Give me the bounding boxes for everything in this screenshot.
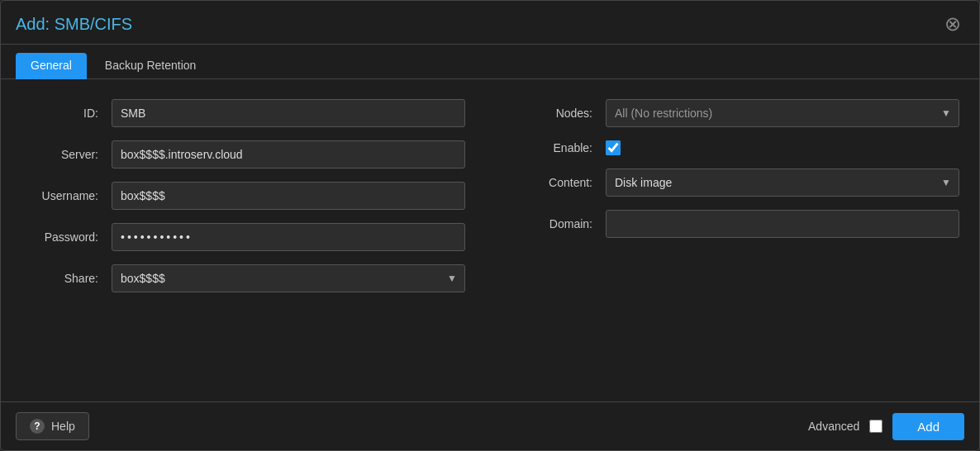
share-select[interactable]: box$$$$ [112,264,465,292]
close-icon: ⊗ [944,14,961,34]
id-input[interactable] [112,99,465,127]
help-icon: ? [30,419,45,434]
share-label: Share: [21,272,112,285]
enable-checkbox[interactable] [606,140,621,155]
add-button[interactable]: Add [892,413,964,440]
content-select[interactable]: Disk image Backup ISO Image Container Te… [606,169,959,197]
form-row-domain: Domain: [515,210,959,238]
add-smb-cifs-dialog: Add: SMB/CIFS ⊗ General Backup Retention… [0,0,980,451]
server-label: Server: [21,148,112,161]
form-row-enable: Enable: [515,140,959,155]
dialog-footer: ? Help Advanced Add [1,401,979,450]
form-grid: ID: Server: Username: Password: Share: [21,99,959,388]
password-input[interactable] [112,223,465,251]
nodes-select-wrapper: All (No restrictions) ▼ [606,99,959,127]
footer-right: Advanced Add [808,413,964,440]
dialog-body: ID: Server: Username: Password: Share: [1,79,979,401]
nodes-label: Nodes: [515,107,606,120]
advanced-label: Advanced [808,420,859,433]
form-row-server: Server: [21,140,465,169]
domain-input[interactable] [606,210,959,238]
help-button[interactable]: ? Help [16,412,89,440]
username-label: Username: [21,189,112,202]
content-label: Content: [515,176,606,189]
close-button[interactable]: ⊗ [941,12,964,36]
help-label: Help [51,420,75,433]
password-label: Password: [21,230,112,244]
form-row-content: Content: Disk image Backup ISO Image Con… [515,169,959,197]
tabs-bar: General Backup Retention [1,45,979,79]
id-label: ID: [21,107,112,120]
share-select-wrapper: box$$$$ ▼ [112,264,465,292]
enable-checkbox-wrapper [606,140,621,155]
server-input[interactable] [112,140,465,169]
tab-backup-retention[interactable]: Backup Retention [90,53,212,79]
nodes-select[interactable]: All (No restrictions) [606,99,959,127]
content-select-wrapper: Disk image Backup ISO Image Container Te… [606,169,959,197]
form-row-id: ID: [21,99,465,127]
form-right-col: Nodes: All (No restrictions) ▼ Enable: [515,99,959,388]
form-row-share: Share: box$$$$ ▼ [21,264,465,292]
domain-label: Domain: [515,217,606,230]
username-input[interactable] [112,182,465,210]
tab-general[interactable]: General [16,53,87,79]
dialog-header: Add: SMB/CIFS ⊗ [1,1,979,45]
form-row-password: Password: [21,223,465,251]
enable-label: Enable: [515,141,606,154]
advanced-checkbox[interactable] [869,420,882,433]
form-row-nodes: Nodes: All (No restrictions) ▼ [515,99,959,127]
form-left-col: ID: Server: Username: Password: Share: [21,99,465,388]
form-row-username: Username: [21,182,465,210]
dialog-title: Add: SMB/CIFS [16,15,132,34]
